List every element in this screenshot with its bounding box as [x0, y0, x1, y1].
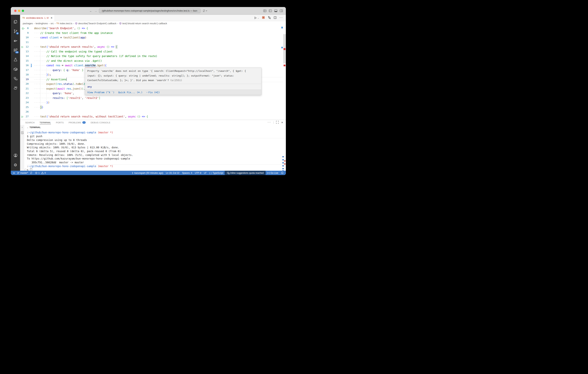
bell-icon: [281, 171, 284, 174]
open-changes-icon[interactable]: [268, 16, 271, 20]
panel-tab-terminal[interactable]: TERMINAL: [40, 120, 51, 125]
gutter-modified-indicator: [31, 64, 32, 67]
go-live-item[interactable]: Go Live: [266, 171, 280, 175]
panel-tab-search[interactable]: SEARCH: [25, 120, 35, 125]
notifications-bell-item[interactable]: [280, 171, 286, 175]
terminal-line: Compressing objects: 100% (6/6), done.: [27, 142, 286, 146]
branch-status-item[interactable]: master*: [16, 171, 34, 175]
panel-side-strip: ›: [20, 125, 24, 171]
close-panel-icon[interactable]: ✕: [281, 121, 283, 124]
language-mode-item[interactable]: { } TypeScript: [208, 171, 224, 175]
repo-sync-icon[interactable]: [202, 10, 207, 12]
braces-icon: { }: [209, 172, 212, 174]
account-icon[interactable]: [11, 151, 20, 160]
back-icon[interactable]: ←: [89, 10, 92, 12]
error-count: 1: [38, 172, 40, 174]
terminal-cursor: [30, 168, 32, 171]
breadcrumb-item[interactable]: describe('Search Endpoint') callback: [75, 22, 116, 25]
split-editor-icon[interactable]: [274, 16, 277, 20]
toggle-panel-icon[interactable]: [274, 10, 277, 12]
eol-item[interactable]: LF: [202, 171, 208, 175]
code-line-12: 12····test('should·return·search·results…: [20, 44, 286, 49]
branch-icon: [17, 172, 20, 174]
copilot-fix-link[interactable]: ✧Fix (⌘I): [146, 91, 160, 94]
breadcrumb-separator-icon: ›: [117, 22, 118, 25]
line-number: 27: [22, 114, 29, 119]
zoom-window-button[interactable]: [22, 10, 24, 12]
warning-count: 0: [44, 172, 46, 174]
panel-more-actions-icon[interactable]: ···: [267, 122, 271, 123]
remote-indicator[interactable]: ><: [11, 171, 16, 175]
line-number: 17: [22, 68, 29, 73]
warning-icon: [41, 172, 44, 174]
code-line-26: 26: [20, 109, 286, 114]
line-number: 10: [22, 35, 29, 40]
error-icon: [35, 172, 38, 174]
quick-fix-link[interactable]: Quick Fix... (⌘.): [118, 91, 142, 94]
indentation-item[interactable]: Spaces: 4: [181, 171, 193, 175]
breadcrumb-separator-icon: ›: [34, 22, 35, 25]
editor-tab-bar: TS src/index.test.ts 1, M ✕ ⌄: [20, 15, 286, 21]
code-line-10: 10····const·client·=·testClient(app): [20, 35, 286, 40]
line-number: 21: [22, 86, 29, 91]
breadcrumb-item[interactable]: test('should return search results') cal…: [119, 22, 167, 25]
maximize-panel-icon[interactable]: [276, 121, 279, 124]
references-icon[interactable]: [11, 74, 20, 83]
terminal-line: $: [27, 168, 286, 171]
terminal-line: :~/github/bun-monorepo-hono-zodopenapi-s…: [27, 131, 286, 135]
typescript-file-icon: TS: [56, 22, 59, 24]
notebook-icon[interactable]: [21, 131, 24, 135]
breadcrumb-item[interactable]: TSindex.test.ts: [56, 22, 72, 25]
command-decoration-icon[interactable]: [24, 169, 27, 171]
problems-status-item[interactable]: 1 0: [34, 171, 47, 175]
tab-close-icon[interactable]: ✕: [51, 16, 53, 19]
problems-badge: 1: [82, 121, 86, 124]
toggle-secondary-sidebar-icon[interactable]: [280, 10, 283, 12]
code-line-16: 16········const·res·=·await·client.searc…: [20, 63, 286, 68]
forward-icon[interactable]: →: [94, 10, 97, 12]
gitlens-icon[interactable]: [11, 83, 20, 93]
tab-problem-git-decor: 1, M: [44, 17, 49, 19]
cursor-position-item[interactable]: Ln 19, Col 22: [165, 171, 181, 175]
tab-index-test-ts[interactable]: TS src/index.test.ts 1, M ✕: [20, 15, 55, 21]
hover-type-hint: any: [85, 84, 261, 90]
explorer-icon[interactable]: [11, 17, 20, 27]
customize-layout-icon[interactable]: [263, 10, 266, 12]
expand-terminal-groups-icon[interactable]: ›: [22, 126, 22, 128]
line-number: 26: [22, 109, 29, 114]
copilot-status-item[interactable]: Inline suggestions quota reached: [225, 171, 266, 175]
panel-tab-ports[interactable]: PORTS: [56, 120, 64, 125]
terminal-line: 395cf91..56628dd master -> master: [27, 161, 286, 164]
panel-tab-problems[interactable]: PROBLEMS1: [69, 120, 86, 125]
panel-tab-debug-console[interactable]: DEBUG CONSOLE: [91, 120, 110, 125]
line-number: 18: [22, 72, 29, 77]
more-actions-icon[interactable]: ···: [279, 17, 283, 19]
line-number: 14: [22, 54, 29, 59]
encoding-item[interactable]: UTF-8: [193, 171, 202, 175]
copilot-starburst-icon[interactable]: [262, 16, 265, 20]
minimize-window-button[interactable]: [18, 10, 20, 12]
breadcrumb-item[interactable]: src: [51, 22, 54, 25]
line-number: 8: [22, 26, 29, 31]
git-blame-item[interactable]: kazurayam (50 minutes ago): [130, 171, 165, 175]
source-control-icon[interactable]: 5: [11, 27, 20, 36]
view-problem-link[interactable]: View Problem (^X `): [87, 91, 115, 94]
command-center-address[interactable]: /github/bun-monorepo-hono-zodopenapi-sam…: [99, 8, 200, 13]
run-debug-icon[interactable]: [11, 36, 20, 45]
breadcrumb-item[interactable]: packages: [23, 22, 33, 25]
close-window-button[interactable]: [14, 10, 16, 12]
terminal-section-header[interactable]: ⌄ TERMINAL: [24, 125, 286, 129]
extensions-icon[interactable]: 16: [11, 45, 20, 55]
testing-icon[interactable]: [11, 55, 20, 64]
commit-icon: [131, 172, 134, 174]
code-editor[interactable]: 8describe('Search·Endpoint',·()·=>·{9···…: [20, 26, 286, 120]
terminal-output[interactable]: :~/github/bun-monorepo-hono-zodopenapi-s…: [24, 129, 286, 171]
activity-bar: 5 16: [11, 15, 20, 171]
container-icon[interactable]: [11, 64, 20, 74]
settings-gear-icon[interactable]: ⚙: [11, 160, 20, 170]
run-file-button[interactable]: ⌄: [254, 16, 259, 19]
toggle-primary-sidebar-icon[interactable]: [269, 10, 272, 12]
line-number: 11: [22, 40, 29, 45]
line-number: 22: [22, 91, 29, 96]
breadcrumb-item[interactable]: testinghono: [36, 22, 48, 25]
